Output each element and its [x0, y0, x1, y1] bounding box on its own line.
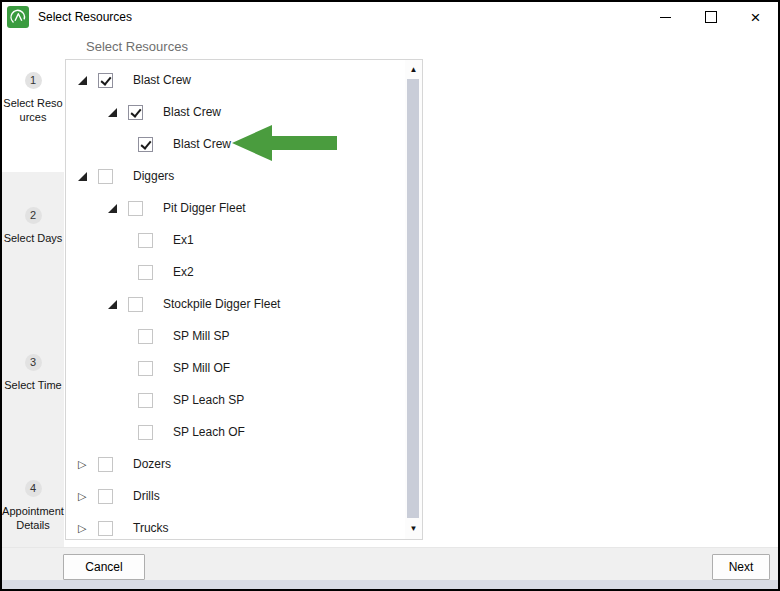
checkbox[interactable] — [138, 393, 153, 408]
checkbox[interactable] — [98, 169, 113, 184]
tree-row-blast-crew-1[interactable]: Blast Crew — [66, 64, 405, 96]
tree-row-sp-mill-of[interactable]: SP Mill OF — [66, 352, 405, 384]
tree-rows: Blast Crew Blast Crew Blast Crew Diggers — [66, 64, 405, 544]
checkbox[interactable] — [128, 105, 143, 120]
title-bar: Select Resources × — [2, 2, 778, 32]
step-number-badge: 2 — [25, 207, 42, 224]
step-label: Select Time — [2, 378, 64, 392]
checkbox[interactable] — [98, 489, 113, 504]
checkbox[interactable] — [98, 73, 113, 88]
checkbox[interactable] — [98, 457, 113, 472]
tree-item-label: Ex1 — [173, 233, 194, 247]
tree-item-label: Blast Crew — [133, 73, 191, 87]
resource-tree: Blast Crew Blast Crew Blast Crew Diggers — [65, 59, 423, 540]
close-button[interactable]: × — [733, 2, 778, 32]
scrollbar-down-icon[interactable]: ▼ — [405, 522, 422, 536]
tree-item-label: Trucks — [133, 521, 169, 535]
step-4-appointment-details[interactable]: 4 Appointment Details — [2, 480, 64, 533]
bottom-strip — [2, 580, 778, 589]
tree-item-label: SP Leach OF — [173, 425, 245, 439]
tree-expander-icon[interactable] — [78, 73, 98, 87]
tree-expander-icon — [118, 137, 138, 151]
tree-row-sp-leach-sp[interactable]: SP Leach SP — [66, 384, 405, 416]
checkbox[interactable] — [138, 137, 153, 152]
tree-expander-icon[interactable] — [108, 201, 128, 215]
tree-expander-icon — [118, 393, 138, 407]
tree-expander-icon — [118, 329, 138, 343]
tree-expander-icon[interactable] — [108, 297, 128, 311]
cancel-button[interactable]: Cancel — [63, 554, 145, 580]
tree-row-blast-crew-3[interactable]: Blast Crew — [66, 128, 405, 160]
checkbox[interactable] — [138, 361, 153, 376]
app-logo-icon — [7, 6, 29, 28]
checkbox[interactable] — [98, 521, 113, 536]
tree-item-label: Blast Crew — [163, 105, 221, 119]
scrollbar-thumb[interactable] — [407, 79, 419, 518]
minimize-button[interactable] — [643, 2, 688, 32]
step-label: Appointment Details — [2, 504, 64, 533]
tree-expander-icon — [118, 233, 138, 247]
tree-item-label: Diggers — [133, 169, 174, 183]
tree-row-ex2[interactable]: Ex2 — [66, 256, 405, 288]
step-label: Select Days — [2, 231, 64, 245]
tree-item-label: Drills — [133, 489, 160, 503]
tree-expander-icon[interactable] — [108, 105, 128, 119]
maximize-icon — [705, 11, 717, 23]
tree-row-dozers[interactable]: Dozers — [66, 448, 405, 480]
checkbox[interactable] — [138, 233, 153, 248]
next-button[interactable]: Next — [712, 554, 770, 580]
tree-item-label: Stockpile Digger Fleet — [163, 297, 280, 311]
tree-row-sp-leach-of[interactable]: SP Leach OF — [66, 416, 405, 448]
tree-item-label: Pit Digger Fleet — [163, 201, 246, 215]
tree-expander-icon[interactable] — [78, 489, 98, 503]
close-icon: × — [751, 9, 761, 26]
tree-row-stockpile-digger-fleet[interactable]: Stockpile Digger Fleet — [66, 288, 405, 320]
tree-row-trucks[interactable]: Trucks — [66, 512, 405, 544]
step-number-badge: 1 — [25, 72, 42, 89]
step-number-badge: 3 — [25, 354, 42, 371]
tree-item-label: SP Mill SP — [173, 329, 229, 343]
step-number-badge: 4 — [25, 480, 42, 497]
footer-bar: Cancel Next — [2, 547, 778, 583]
pane-heading: Select Resources — [86, 39, 188, 54]
step-label: Select Resources — [2, 96, 64, 125]
tree-scrollbar[interactable]: ▲ ▼ — [405, 60, 422, 539]
maximize-button[interactable] — [688, 2, 733, 32]
tree-row-diggers[interactable]: Diggers — [66, 160, 405, 192]
checkbox[interactable] — [138, 425, 153, 440]
step-1-select-resources[interactable]: 1 Select Resources — [2, 72, 64, 125]
tree-item-label: SP Mill OF — [173, 361, 230, 375]
tree-item-label: SP Leach SP — [173, 393, 244, 407]
tree-item-label: Ex2 — [173, 265, 194, 279]
scrollbar-up-icon[interactable]: ▲ — [405, 63, 422, 77]
window-controls: × — [643, 2, 778, 32]
step-2-select-days[interactable]: 2 Select Days — [2, 207, 64, 245]
tree-expander-icon[interactable] — [78, 457, 98, 471]
tree-expander-icon[interactable] — [78, 521, 98, 535]
step-3-select-time[interactable]: 3 Select Time — [2, 354, 64, 392]
wizard-step-sidebar: 1 Select Resources 2 Select Days 3 Selec… — [2, 32, 64, 580]
tree-expander-icon — [118, 265, 138, 279]
mountain-swoosh-icon — [9, 8, 27, 26]
tree-expander-icon — [118, 425, 138, 439]
tree-item-label: Blast Crew — [173, 137, 231, 151]
tree-expander-icon — [118, 361, 138, 375]
tree-row-drills[interactable]: Drills — [66, 480, 405, 512]
checkbox[interactable] — [138, 329, 153, 344]
checkbox[interactable] — [128, 201, 143, 216]
window-title: Select Resources — [38, 10, 132, 24]
tree-expander-icon[interactable] — [78, 169, 98, 183]
checkbox[interactable] — [128, 297, 143, 312]
tree-item-label: Dozers — [133, 457, 171, 471]
tree-row-sp-mill-sp[interactable]: SP Mill SP — [66, 320, 405, 352]
minimize-icon — [660, 17, 671, 18]
tree-row-blast-crew-2[interactable]: Blast Crew — [66, 96, 405, 128]
select-resources-dialog: Select Resources × 1 Select Resources 2 … — [0, 0, 780, 591]
tree-row-ex1[interactable]: Ex1 — [66, 224, 405, 256]
tree-row-pit-digger-fleet[interactable]: Pit Digger Fleet — [66, 192, 405, 224]
checkbox[interactable] — [138, 265, 153, 280]
